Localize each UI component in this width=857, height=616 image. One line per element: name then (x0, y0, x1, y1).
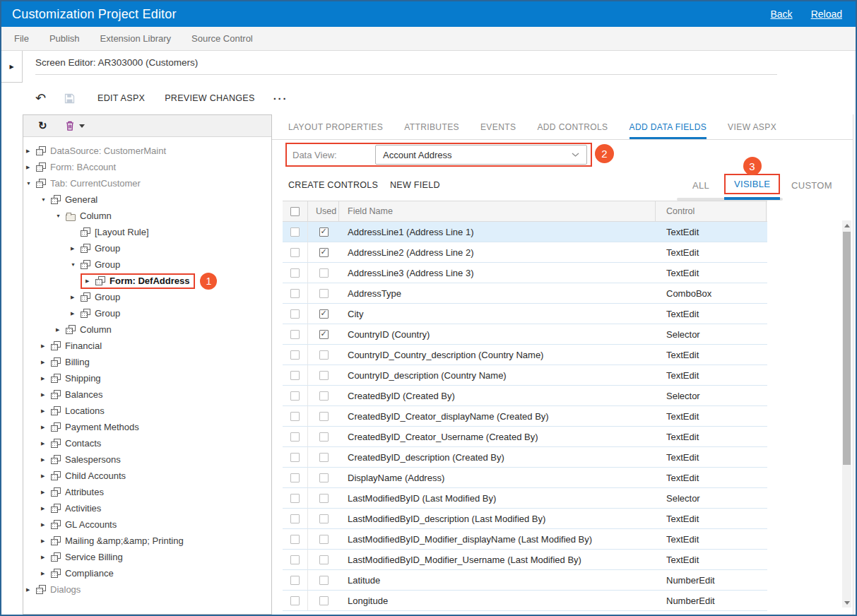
table-row[interactable]: AddressLine2 (Address Line 2) TextEdit (283, 242, 767, 263)
tree-item[interactable]: Group (23, 289, 271, 305)
tree-expander-icon[interactable] (26, 148, 36, 154)
tree-item[interactable]: Dialogs (23, 581, 271, 598)
row-select-checkbox[interactable] (290, 494, 300, 503)
row-select-checkbox[interactable] (290, 227, 300, 237)
table-row[interactable]: CountryID (Country) Selector (283, 324, 767, 345)
used-checkbox[interactable] (319, 514, 329, 523)
edit-aspx-button[interactable]: EDIT ASPX (97, 93, 145, 103)
tree-item[interactable]: Group (23, 305, 271, 321)
row-select-checkbox[interactable] (290, 596, 300, 605)
tree-item[interactable]: Group (23, 256, 271, 273)
tree-expander-icon[interactable] (41, 441, 51, 446)
tree-expander-icon[interactable] (71, 246, 81, 251)
scroll-down-arrow[interactable] (842, 598, 851, 608)
used-checkbox[interactable] (319, 227, 329, 237)
row-select-checkbox[interactable] (290, 268, 300, 278)
used-checkbox[interactable] (319, 391, 329, 401)
used-checkbox[interactable] (319, 371, 329, 380)
tree-item[interactable]: General (23, 191, 271, 208)
row-select-checkbox[interactable] (290, 412, 300, 421)
filter-tab[interactable]: ALL (692, 180, 709, 191)
new-field-button[interactable]: NEW FIELD (390, 180, 440, 190)
undo-icon[interactable]: ↶ (35, 90, 46, 106)
panel-tab[interactable]: LAYOUT PROPERTIES (288, 114, 383, 139)
tree-expander-icon[interactable] (41, 538, 51, 544)
table-row[interactable]: City TextEdit (283, 304, 767, 324)
table-row[interactable]: CreatedByID_Creator_Username (Created By… (283, 427, 767, 447)
create-controls-button[interactable]: CREATE CONTROLS (288, 180, 378, 190)
menu-item[interactable]: Source Control (191, 33, 253, 44)
table-row[interactable]: CreatedByID (Created By) Selector (283, 386, 767, 406)
tree-expander-icon[interactable] (71, 311, 81, 316)
table-row[interactable]: CreatedByID_Creator_displayName (Created… (283, 406, 767, 427)
table-row[interactable]: Latitude NumberEdit (283, 570, 767, 591)
tree-expander-icon[interactable] (41, 408, 51, 414)
tree-item[interactable]: Salespersons (23, 451, 271, 468)
table-row[interactable]: LastModifiedByID_Modifier_Username (Last… (283, 550, 767, 570)
row-select-checkbox[interactable] (290, 432, 300, 442)
tree-item[interactable]: Activities (23, 500, 271, 516)
table-row[interactable]: DisplayName (Address) TextEdit (283, 468, 767, 488)
tree-item[interactable]: Child Accounts (23, 468, 271, 484)
table-row[interactable]: AddressType ComboBox (283, 283, 767, 304)
table-row[interactable]: LastModifiedByID_description (Last Modif… (283, 509, 767, 529)
tree-expander-icon[interactable] (41, 473, 51, 479)
row-select-checkbox[interactable] (290, 330, 300, 339)
used-checkbox[interactable] (319, 453, 329, 462)
menu-item[interactable]: File (14, 33, 29, 44)
row-select-checkbox[interactable] (290, 248, 300, 257)
tree-expander-icon[interactable] (41, 376, 51, 381)
save-icon[interactable] (64, 93, 75, 104)
used-checkbox[interactable] (319, 268, 329, 278)
menu-item[interactable]: Extension Library (100, 33, 171, 44)
tree-item[interactable]: Tab: CurrentCustomer (23, 175, 271, 191)
tree-expander-icon[interactable] (56, 213, 66, 218)
tree-expander-icon[interactable] (41, 522, 51, 528)
tree-expander-icon[interactable] (41, 197, 51, 202)
preview-changes-button[interactable]: PREVIEW CHANGES (165, 93, 254, 103)
used-checkbox[interactable] (319, 330, 329, 339)
column-header-used[interactable]: Used (308, 201, 339, 221)
tree-item[interactable]: Service Billing (23, 549, 271, 565)
more-options-button[interactable]: ··· (273, 93, 288, 105)
tree-item[interactable]: Mailing &amp;&amp; Printing (23, 533, 271, 549)
tree-item[interactable]: Column (23, 208, 271, 224)
row-select-checkbox[interactable] (290, 350, 300, 360)
row-select-checkbox[interactable] (290, 473, 300, 482)
used-checkbox[interactable] (319, 412, 329, 421)
used-checkbox[interactable] (319, 473, 329, 482)
row-select-checkbox[interactable] (290, 576, 300, 585)
row-select-checkbox[interactable] (290, 535, 300, 544)
select-all-checkbox[interactable] (290, 207, 300, 216)
filter-tab[interactable]: 3 VISIBLE (724, 174, 780, 194)
tree-expander-icon[interactable] (41, 490, 51, 495)
filter-tab[interactable]: CUSTOM (791, 180, 832, 191)
back-link[interactable]: Back (771, 8, 793, 20)
tree-expander-icon[interactable] (56, 327, 66, 333)
column-header-field-name[interactable]: Field Name (339, 201, 656, 221)
tree-item[interactable]: [Layout Rule] (23, 224, 271, 240)
tree-item[interactable]: Billing (23, 354, 271, 370)
tree-expander-icon[interactable] (41, 555, 51, 560)
row-select-checkbox[interactable] (290, 391, 300, 401)
tree-expander-icon[interactable] (41, 457, 51, 463)
menu-item[interactable]: Publish (49, 33, 80, 44)
table-row[interactable]: CountryID_Country_description (Country N… (283, 345, 767, 365)
tree-expander-icon[interactable] (26, 165, 36, 170)
tree-item[interactable]: GL Accounts (23, 516, 271, 533)
tree-expander-icon[interactable] (41, 571, 51, 576)
tree-item[interactable]: Compliance (23, 565, 271, 581)
data-view-select[interactable]: Account Address (375, 145, 587, 165)
table-row[interactable]: AddressLine3 (Address Line 3) TextEdit (283, 263, 767, 283)
tree-item[interactable]: Payment Methods (23, 419, 271, 435)
row-select-checkbox[interactable] (290, 555, 300, 564)
tree-item[interactable]: Form: DefAddress 1 (23, 273, 271, 289)
tree-expander-icon[interactable] (41, 506, 51, 511)
tree-item[interactable]: DataSource: CustomerMaint (23, 143, 271, 159)
tree-item[interactable]: Group (23, 240, 271, 256)
tree-item[interactable]: Attributes (23, 484, 271, 500)
reload-link[interactable]: Reload (811, 8, 842, 20)
used-checkbox[interactable] (319, 576, 329, 585)
used-checkbox[interactable] (319, 309, 329, 319)
panel-tab[interactable]: ATTRIBUTES (404, 114, 459, 139)
